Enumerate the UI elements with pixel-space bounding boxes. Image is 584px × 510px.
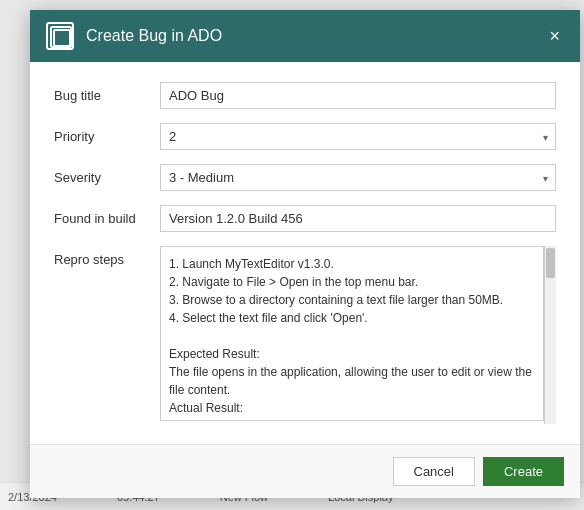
bug-title-label: Bug title	[54, 82, 144, 103]
repro-steps-label: Repro steps	[54, 246, 144, 267]
bug-title-control	[160, 82, 556, 109]
repro-steps-control: 1. Launch MyTextEditor v1.3.0. 2. Naviga…	[160, 246, 556, 424]
priority-label: Priority	[54, 123, 144, 144]
found-in-build-label: Found in build	[54, 205, 144, 226]
repro-steps-textarea[interactable]: 1. Launch MyTextEditor v1.3.0. 2. Naviga…	[160, 246, 544, 421]
close-button[interactable]: ×	[541, 23, 568, 49]
priority-row: Priority 1 2 3 4 ▾	[54, 123, 556, 150]
dialog-footer: Cancel Create	[30, 444, 580, 498]
dialog-body: Bug title Priority 1 2 3 4 ▾	[30, 62, 580, 444]
found-in-build-row: Found in build	[54, 205, 556, 232]
severity-select[interactable]: 1 - Critical 2 - High 3 - Medium 4 - Low	[160, 164, 556, 191]
create-bug-dialog: Create Bug in ADO × Bug title Priority 1…	[30, 10, 580, 498]
scrollbar-thumb	[546, 248, 555, 278]
create-button[interactable]: Create	[483, 457, 564, 486]
bug-title-input[interactable]	[160, 82, 556, 109]
found-in-build-control	[160, 205, 556, 232]
severity-control: 1 - Critical 2 - High 3 - Medium 4 - Low…	[160, 164, 556, 191]
bug-title-row: Bug title	[54, 82, 556, 109]
dialog-header: Create Bug in ADO ×	[30, 10, 580, 62]
priority-control: 1 2 3 4 ▾	[160, 123, 556, 150]
cancel-button[interactable]: Cancel	[393, 457, 475, 486]
scrollbar[interactable]	[544, 246, 556, 424]
found-in-build-input[interactable]	[160, 205, 556, 232]
priority-select[interactable]: 1 2 3 4	[160, 123, 556, 150]
severity-row: Severity 1 - Critical 2 - High 3 - Mediu…	[54, 164, 556, 191]
dialog-title: Create Bug in ADO	[86, 27, 222, 45]
repro-steps-row: Repro steps 1. Launch MyTextEditor v1.3.…	[54, 246, 556, 424]
severity-label: Severity	[54, 164, 144, 185]
dialog-overlay: 2/13/2024 05:44:27 New Flow Local Displa…	[0, 0, 584, 510]
ado-icon	[46, 22, 74, 50]
